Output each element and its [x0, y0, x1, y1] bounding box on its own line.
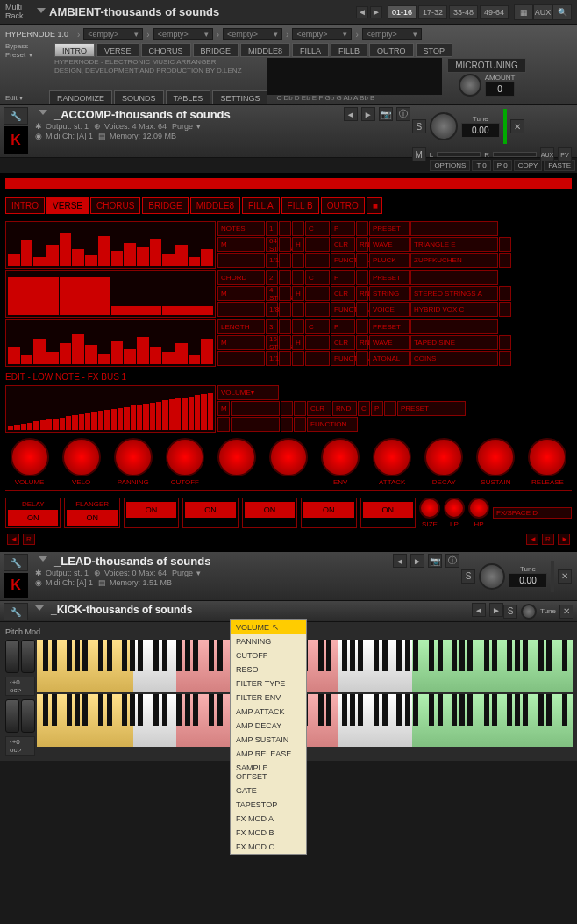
- seq-ctrl[interactable]: H: [292, 335, 304, 350]
- seq-ctrl[interactable]: [279, 319, 291, 334]
- dropdown-item-panning[interactable]: PANNING: [231, 634, 306, 648]
- seq-ctrl[interactable]: C: [305, 221, 330, 236]
- -knob[interactable]: [269, 438, 308, 476]
- dropdown-item-amp-release[interactable]: AMP RELEASE: [231, 747, 306, 761]
- prev-multi-button[interactable]: ◄: [356, 6, 368, 18]
- randomize-button[interactable]: RANDOMIZE: [49, 90, 112, 104]
- seq-ctrl[interactable]: [499, 237, 511, 252]
- instrument-dropdown-2[interactable]: [39, 556, 47, 565]
- mute-button[interactable]: M: [412, 147, 426, 161]
- section-bridge[interactable]: BRIDGE: [193, 43, 239, 57]
- seq-ctrl[interactable]: [279, 253, 291, 268]
- seq-ctrl[interactable]: [356, 351, 368, 366]
- seq-ctrl[interactable]: P: [331, 319, 355, 334]
- aux-inst[interactable]: AUX: [540, 147, 554, 161]
- seq-ctrl[interactable]: [279, 270, 291, 285]
- camera-icon[interactable]: 📷: [379, 107, 393, 121]
- seq-ctrl[interactable]: [292, 221, 304, 236]
- volume-knob[interactable]: [430, 112, 458, 140]
- fx-on-4[interactable]: ON: [245, 502, 295, 518]
- range-01-16[interactable]: 01-16: [388, 5, 417, 19]
- seq-ctrl[interactable]: FUNCTION: [331, 253, 355, 268]
- seq-ctrl[interactable]: [356, 270, 368, 285]
- settings-button[interactable]: SETTINGS: [212, 90, 267, 104]
- env-knob[interactable]: [321, 438, 360, 476]
- fx-on-5[interactable]: ON: [303, 502, 353, 518]
- mod-wheel[interactable]: [21, 640, 35, 673]
- seq-ctrl[interactable]: [217, 302, 265, 317]
- red-tab-verse[interactable]: VERSE: [46, 197, 89, 214]
- seq-ctrl[interactable]: 1/16: [266, 351, 278, 366]
- close-2[interactable]: ✕: [558, 569, 572, 584]
- seq-ctrl[interactable]: CLR: [331, 286, 355, 301]
- empty-slot-2[interactable]: <empty>▾: [153, 28, 213, 40]
- dropdown-item-fx-mod-a[interactable]: FX MOD A: [231, 812, 306, 826]
- vol-knob-2[interactable]: [479, 563, 505, 590]
- red-tab-intro[interactable]: INTRO: [5, 197, 45, 214]
- pitch-wheel[interactable]: [5, 640, 19, 673]
- seq-ctrl[interactable]: FUNCTION: [331, 351, 355, 366]
- seq-ctrl[interactable]: [279, 351, 291, 366]
- seq-ctrl[interactable]: [279, 335, 291, 350]
- seq-ctrl[interactable]: [410, 221, 498, 236]
- dropdown-item-amp-attack[interactable]: AMP ATTACK: [231, 705, 306, 719]
- seq-ctrl[interactable]: WAVE: [369, 237, 410, 252]
- seq-ctrl[interactable]: COINS: [410, 351, 498, 366]
- pv-button[interactable]: PV: [558, 147, 572, 161]
- seq-ctrl[interactable]: [292, 270, 304, 285]
- dropdown-item-filter-env[interactable]: FILTER ENV: [231, 691, 306, 705]
- fx-on-6[interactable]: ON: [363, 502, 413, 518]
- seq-ctrl[interactable]: [356, 221, 368, 236]
- m-toggle[interactable]: M: [217, 401, 230, 416]
- prev-instrument[interactable]: ◄: [344, 107, 358, 121]
- seq-ctrl[interactable]: [410, 270, 498, 285]
- tune-value[interactable]: 0.00: [461, 123, 500, 138]
- preset-dropdown[interactable]: Preset▾: [5, 51, 53, 59]
- dropdown-item-amp-decay[interactable]: AMP DECAY: [231, 719, 306, 733]
- attack-knob[interactable]: [373, 438, 411, 476]
- seq-ctrl[interactable]: TRIANGLE E: [410, 237, 498, 252]
- seq-ctrl[interactable]: [499, 302, 511, 317]
- seq-ctrl[interactable]: CHORD: [217, 270, 265, 285]
- function-button[interactable]: FUNCTION: [307, 417, 358, 432]
- info-icon[interactable]: ⓘ: [396, 107, 410, 121]
- volume-seq-bars[interactable]: [5, 385, 216, 433]
- fx-on-2[interactable]: ON: [126, 502, 176, 518]
- seq-ctrl[interactable]: FUNCTION: [331, 302, 355, 317]
- close-icon[interactable]: ✕: [510, 119, 524, 133]
- empty-slot-5[interactable]: <empty>▾: [362, 28, 422, 40]
- red-tab-bridge[interactable]: BRIDGE: [142, 197, 188, 214]
- grid-icon[interactable]: ▦: [514, 4, 533, 20]
- preset-dropdown[interactable]: PRESET: [397, 401, 466, 416]
- cutoff-knob[interactable]: [166, 438, 204, 476]
- seq-ctrl[interactable]: [292, 351, 304, 366]
- parameter-dropdown-menu[interactable]: VOLUME ↖PANNINGCUTOFFRESOFILTER TYPEFILT…: [230, 619, 307, 855]
- seq-ctrl[interactable]: CLR: [331, 237, 355, 252]
- seq-ctrl[interactable]: C: [305, 319, 330, 334]
- solo-button[interactable]: S: [412, 119, 426, 133]
- rnd-button[interactable]: RND: [332, 401, 357, 416]
- seq-ctrl[interactable]: [217, 351, 265, 366]
- section-intro[interactable]: INTRO: [54, 43, 95, 57]
- dropdown-item-amp-sustain[interactable]: AMP SUSTAIN: [231, 733, 306, 747]
- volume-param-dropdown[interactable]: VOLUME ▾: [217, 385, 279, 400]
- seq-ctrl[interactable]: TAPED SINE: [410, 335, 498, 350]
- search-icon[interactable]: 🔍: [552, 4, 572, 20]
- seq-ctrl[interactable]: HYBRID VOX C: [410, 302, 498, 317]
- dropdown-item-reso[interactable]: RESO: [231, 663, 306, 677]
- section-outro[interactable]: OUTRO: [369, 43, 414, 57]
- section-middle8[interactable]: MIDDLE8: [240, 43, 290, 57]
- section-fillb[interactable]: FILLB: [331, 43, 367, 57]
- red-tab-middle8[interactable]: MIDDLE8: [190, 197, 240, 214]
- seq-ctrl[interactable]: 16 STEPS: [266, 335, 278, 350]
- seq-ctrl[interactable]: [279, 221, 291, 236]
- seq-ctrl[interactable]: [499, 351, 511, 366]
- seq-ctrl[interactable]: [292, 253, 304, 268]
- seq-ctrl[interactable]: [305, 335, 330, 350]
- seq-ctrl[interactable]: ZUPFKUCHEN: [410, 253, 498, 268]
- seq-ctrl[interactable]: PRESET: [369, 221, 410, 236]
- seq-ctrl[interactable]: [356, 253, 368, 268]
- wrench-icon-2[interactable]: 🔧: [4, 554, 28, 571]
- seq-ctrl[interactable]: 3: [266, 319, 278, 334]
- seq-ctrl[interactable]: [499, 286, 511, 301]
